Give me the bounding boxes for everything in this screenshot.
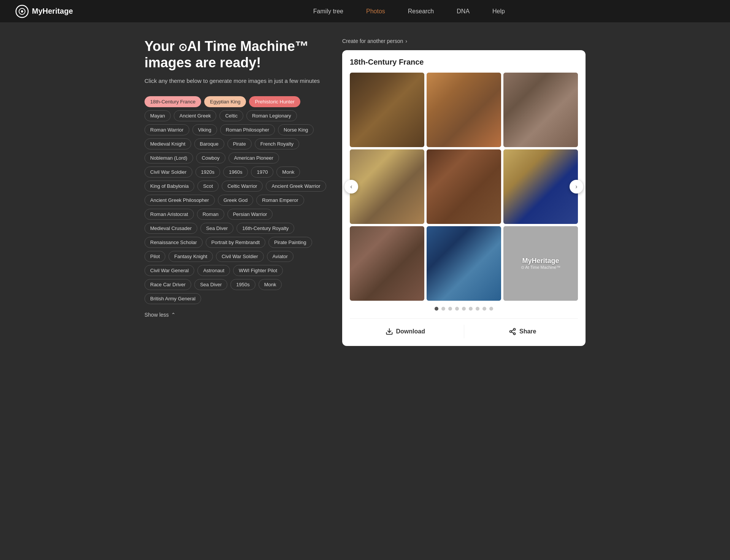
tag-19[interactable]: 1920s (195, 167, 220, 178)
tag-21[interactable]: 1970 (251, 167, 273, 178)
tag-12[interactable]: Baroque (194, 138, 224, 149)
tag-37[interactable]: Portrait by Rembrandt (206, 237, 265, 248)
tag-7[interactable]: Roman Warrior (144, 124, 189, 135)
tag-42[interactable]: Aviator (267, 251, 294, 262)
gallery-image-6[interactable] (503, 149, 578, 224)
tag-41[interactable]: Civil War Soldier (216, 251, 264, 262)
nav-research[interactable]: Research (408, 8, 434, 14)
tag-28[interactable]: Greek God (218, 195, 254, 206)
tag-4[interactable]: Ancient Greek (174, 110, 216, 121)
tag-1[interactable]: Egyptian King (204, 96, 246, 107)
tag-11[interactable]: Medieval Knight (144, 138, 191, 149)
pagination-dot-6[interactable] (469, 307, 473, 311)
tag-30[interactable]: Roman Aristocrat (144, 209, 194, 220)
tag-10[interactable]: Norse King (278, 124, 314, 135)
logo[interactable]: MyHeritage (15, 5, 73, 18)
tag-24[interactable]: Scot (197, 181, 219, 192)
tag-39[interactable]: Pilot (144, 251, 165, 262)
tag-23[interactable]: King of Babylonia (144, 181, 194, 192)
tag-2[interactable]: Prehistoric Hunter (249, 96, 300, 107)
tag-47[interactable]: Sea Diver (194, 279, 227, 290)
tag-34[interactable]: Sea Diver (200, 223, 233, 234)
nav-dna[interactable]: DNA (457, 8, 470, 14)
gallery-image-9[interactable]: MyHeritage⊙ AI Time Machine™ (503, 226, 578, 301)
gallery-grid-wrapper: ‹ MyHeritage⊙ AI Time Machine™ › (350, 73, 578, 301)
gallery-image-5[interactable] (427, 149, 501, 224)
show-less-label: Show less (144, 312, 169, 318)
tag-46[interactable]: Race Car Driver (144, 279, 191, 290)
navbar: MyHeritage Family tree Photos Research D… (0, 0, 730, 23)
share-button[interactable]: Share (467, 325, 578, 338)
tag-5[interactable]: Celtic (219, 110, 243, 121)
tag-20[interactable]: 1960s (223, 167, 248, 178)
nav-photos[interactable]: Photos (366, 8, 385, 14)
gallery-image-3[interactable] (503, 73, 578, 147)
pagination-dot-3[interactable] (448, 307, 452, 311)
tag-17[interactable]: American Pioneer (229, 152, 279, 163)
nav-family-tree[interactable]: Family tree (313, 8, 343, 14)
target-icon: ⊙ (178, 41, 187, 53)
download-button[interactable]: Download (350, 325, 461, 338)
gallery-image-2[interactable] (427, 73, 501, 147)
pagination-dot-7[interactable] (476, 307, 479, 311)
gallery-image-7[interactable] (350, 226, 424, 301)
tag-6[interactable]: Roman Legionary (246, 110, 297, 121)
gallery-prev-button[interactable]: ‹ (344, 180, 358, 194)
tag-18[interactable]: Civil War Soldier (144, 167, 192, 178)
tag-50[interactable]: British Army General (144, 293, 201, 304)
tag-8[interactable]: Viking (192, 124, 217, 135)
tag-43[interactable]: Civil War General (144, 265, 194, 276)
left-panel: Your ⊙AI Time Machine™images are ready! … (144, 38, 327, 346)
watermark-subtitle: ⊙ AI Time Machine™ (521, 265, 560, 270)
tag-27[interactable]: Ancient Greek Philosopher (144, 195, 215, 206)
tag-0[interactable]: 18th-Century France (144, 96, 201, 107)
portrait-6 (503, 149, 578, 224)
tag-22[interactable]: Monk (276, 167, 300, 178)
tag-14[interactable]: French Royalty (255, 138, 299, 149)
tag-36[interactable]: Renaissance Scholar (144, 237, 203, 248)
nav-help[interactable]: Help (492, 8, 505, 14)
tag-29[interactable]: Roman Emperor (256, 195, 304, 206)
portrait-4 (350, 149, 424, 224)
hero-title: Your ⊙AI Time Machine™images are ready! (144, 38, 327, 71)
tag-13[interactable]: Pirate (227, 138, 252, 149)
tag-35[interactable]: 16th-Century Royalty (236, 223, 294, 234)
chevron-up-icon: ⌃ (171, 312, 176, 318)
tag-44[interactable]: Astronaut (197, 265, 230, 276)
gallery-image-4[interactable] (350, 149, 424, 224)
svg-point-2 (21, 10, 23, 13)
pagination-dot-8[interactable] (482, 307, 486, 311)
show-less-button[interactable]: Show less ⌃ (144, 312, 176, 318)
nav-links: Family tree Photos Research DNA Help (103, 8, 715, 15)
gallery-next-button[interactable]: › (570, 180, 583, 194)
gallery-grid: MyHeritage⊙ AI Time Machine™ (350, 73, 578, 301)
right-panel: Create for another person › 18th-Century… (342, 38, 586, 346)
pagination-dot-1[interactable] (435, 307, 438, 311)
pagination-dot-5[interactable] (462, 307, 466, 311)
gallery-watermark: MyHeritage⊙ AI Time Machine™ (503, 226, 578, 301)
tag-25[interactable]: Celtic Warrior (222, 181, 263, 192)
portrait-2 (427, 73, 501, 147)
tag-3[interactable]: Mayan (144, 110, 171, 121)
tag-49[interactable]: Monk (259, 279, 282, 290)
gallery-image-8[interactable] (427, 226, 501, 301)
pagination-dot-4[interactable] (455, 307, 459, 311)
gallery-image-1[interactable] (350, 73, 424, 147)
tag-33[interactable]: Medieval Crusader (144, 223, 197, 234)
tag-45[interactable]: WWI Fighter Pilot (233, 265, 283, 276)
tag-48[interactable]: 1950s (230, 279, 255, 290)
svg-line-7 (511, 332, 514, 333)
create-another-link[interactable]: Create for another person › (342, 38, 586, 44)
tag-9[interactable]: Roman Philosopher (220, 124, 275, 135)
main-container: Your ⊙AI Time Machine™images are ready! … (137, 23, 593, 361)
tags-container: 18th-Century FranceEgyptian KingPrehisto… (144, 96, 327, 304)
tag-40[interactable]: Fantasy Knight (168, 251, 213, 262)
tag-26[interactable]: Ancient Greek Warrior (266, 181, 326, 192)
tag-32[interactable]: Persian Warrior (227, 209, 273, 220)
tag-38[interactable]: Pirate Painting (268, 237, 312, 248)
pagination-dot-2[interactable] (441, 307, 445, 311)
pagination-dot-9[interactable] (489, 307, 493, 311)
tag-15[interactable]: Nobleman (Lord) (144, 152, 193, 163)
tag-16[interactable]: Cowboy (196, 152, 225, 163)
tag-31[interactable]: Roman (197, 209, 224, 220)
